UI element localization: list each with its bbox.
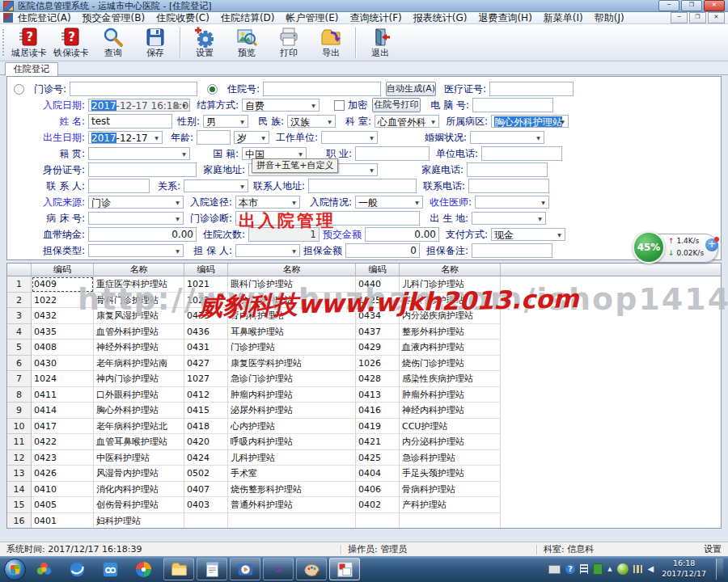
mdi-close-button[interactable]: ✕ xyxy=(708,12,725,23)
ladder-icon[interactable] xyxy=(580,564,588,574)
gender-select[interactable]: 男▼ xyxy=(203,115,248,128)
code-cell[interactable]: 1021 xyxy=(184,276,228,293)
name-cell[interactable]: 普通外科护理站 xyxy=(228,497,356,513)
code-cell[interactable]: 1026 xyxy=(356,356,400,372)
name-cell[interactable]: 手足头颈护理站 xyxy=(400,466,501,482)
exit-button[interactable]: 退出 xyxy=(359,26,401,60)
paint-button[interactable] xyxy=(296,558,327,580)
outpatient-no-input[interactable] xyxy=(70,82,197,96)
employer-input[interactable]: ▼ xyxy=(321,131,378,144)
code-cell[interactable]: 0430 xyxy=(32,356,94,372)
mdi-restore-button[interactable]: ❐ xyxy=(689,12,706,23)
code-cell[interactable]: 0402 xyxy=(356,497,400,513)
name-cell[interactable]: 门诊护理站 xyxy=(228,340,356,356)
save-button[interactable]: 保存 xyxy=(134,26,176,60)
ward-select[interactable]: 胸心外科护理站▼ xyxy=(491,115,569,128)
name-cell[interactable]: 肿瘤外科护理站 xyxy=(400,387,501,403)
outpatient-no-radio[interactable] xyxy=(14,84,24,95)
close-button[interactable]: ✕ xyxy=(704,0,725,11)
antivirus-icon[interactable] xyxy=(31,559,57,580)
menu-item-4[interactable]: 住院结算(D) xyxy=(221,11,275,25)
encrypt-checkbox[interactable]: 加密 xyxy=(334,99,367,112)
work-phone-input[interactable] xyxy=(481,146,562,161)
code-cell[interactable]: 0425 xyxy=(356,450,400,466)
name-cell[interactable]: 神内门诊护理站 xyxy=(94,371,184,387)
code-cell[interactable]: 0429 xyxy=(356,340,400,356)
railway-insurance-card-reader-button[interactable]: ?铁保读卡 xyxy=(50,26,92,60)
code-cell[interactable]: 0440 xyxy=(356,276,400,293)
code-cell[interactable]: 0412 xyxy=(184,387,228,403)
code-cell[interactable]: 0401 xyxy=(32,513,94,529)
name-cell[interactable]: 神经内科护理站 xyxy=(400,403,501,419)
name-cell[interactable]: 儿科门诊护理站 xyxy=(400,276,501,293)
name-cell[interactable]: 胸心外科护理站 xyxy=(94,403,184,419)
name-cell[interactable]: 创伤骨科护理站 xyxy=(94,497,184,513)
ethnic-select[interactable]: 汉族▼ xyxy=(287,115,336,128)
menu-item-3[interactable]: 住院收费(C) xyxy=(156,11,210,25)
code-cell[interactable]: 0423 xyxy=(32,450,94,466)
code-cell[interactable]: 0436 xyxy=(184,324,228,340)
medical-cert-input[interactable] xyxy=(489,82,574,96)
name-cell[interactable]: 内分泌疾病护理站 xyxy=(400,308,501,324)
code-cell[interactable]: 0406 xyxy=(356,482,400,498)
code-cell[interactable]: 0502 xyxy=(184,466,228,482)
contact-address-input[interactable] xyxy=(308,179,417,193)
visual-studio-button[interactable]: ∞ xyxy=(263,558,294,580)
name-cell[interactable]: 产科护理站 xyxy=(400,497,501,513)
code-cell[interactable]: 1024 xyxy=(32,371,94,387)
admit-source-select[interactable]: 门诊▼ xyxy=(88,196,184,209)
his-app-button[interactable] xyxy=(329,558,360,580)
pay-method-select[interactable]: 现金▼ xyxy=(491,228,565,241)
browser-icon[interactable] xyxy=(64,559,90,580)
name-cell[interactable] xyxy=(228,513,356,529)
code-cell[interactable]: 1023 xyxy=(184,293,228,309)
name-cell[interactable]: 急诊门诊护理站 xyxy=(228,371,356,387)
code-cell[interactable]: 0417 xyxy=(32,419,94,435)
volume-icon[interactable]: ◀ xyxy=(648,565,654,573)
name-cell[interactable]: 重症医学科护理站 xyxy=(94,276,184,293)
print-inpatient-no-button[interactable]: 住院号打印 xyxy=(372,98,421,112)
help-icon[interactable]: ? xyxy=(565,564,575,574)
code-cell[interactable]: 0431 xyxy=(184,340,228,356)
export-button[interactable]: 导出 xyxy=(310,26,352,60)
menu-item-8[interactable]: 退费查询(H) xyxy=(478,11,531,25)
code-cell[interactable]: 0410 xyxy=(32,482,94,498)
name-cell[interactable]: 泌尿外科护理站 xyxy=(228,403,356,419)
explorer-button[interactable] xyxy=(163,558,194,580)
name-cell[interactable]: 皮肤门诊护理站 xyxy=(228,293,356,309)
name-cell[interactable]: 呼吸内科护理站 xyxy=(228,434,356,450)
admit-condition-select[interactable]: 一般▼ xyxy=(355,196,423,209)
name-cell[interactable]: 感染性疾病护理站 xyxy=(400,371,501,387)
home-phone-input[interactable] xyxy=(467,162,548,177)
preview-button[interactable]: 预览 xyxy=(226,26,268,60)
code-cell[interactable]: 0422 xyxy=(32,434,94,450)
menu-item-2[interactable]: 预交金管理(B) xyxy=(83,11,146,25)
name-cell[interactable]: 内分泌科护理站 xyxy=(400,434,501,450)
code-cell[interactable]: 0415 xyxy=(184,403,228,419)
cloud-icon[interactable] xyxy=(97,559,123,580)
name-cell[interactable]: 急诊科护理站 xyxy=(400,450,501,466)
menu-item-5[interactable]: 帐户管理(E) xyxy=(286,11,339,25)
query-button[interactable]: 查询 xyxy=(92,26,134,60)
start-button[interactable] xyxy=(4,559,26,580)
code-cell[interactable]: 0433 xyxy=(184,308,228,324)
code-cell[interactable]: 0413 xyxy=(356,387,400,403)
name-cell[interactable]: 妇科护理站 xyxy=(94,513,184,529)
media-player-button[interactable] xyxy=(230,558,260,580)
code-cell[interactable]: 0414 xyxy=(32,403,94,419)
name-cell[interactable]: 血液内科护理站 xyxy=(400,340,501,356)
usb-icon[interactable] xyxy=(593,563,603,575)
contact-input[interactable] xyxy=(88,179,150,193)
city-resident-card-reader-button[interactable]: ?城居读卡 xyxy=(8,26,50,60)
name-cell[interactable]: 风湿骨内护理站 xyxy=(94,466,184,482)
auto-generate-button[interactable]: 自动生成(A) xyxy=(386,82,436,96)
guarantee-type-select[interactable]: ▼ xyxy=(88,244,184,257)
name-cell[interactable]: 老年病科护理站北 xyxy=(94,419,184,435)
name-cell[interactable]: 耳鼻喉护理站 xyxy=(228,324,356,340)
menu-item-1[interactable]: 住院登记(A) xyxy=(18,11,71,25)
code-cell[interactable]: 0434 xyxy=(356,308,400,324)
code-cell[interactable]: 0418 xyxy=(184,419,228,435)
code-cell[interactable]: 0408 xyxy=(32,340,94,356)
name-cell[interactable]: 口外眼科护理站 xyxy=(94,387,184,403)
name-cell[interactable]: 疼痛门诊护理站 xyxy=(400,293,501,309)
